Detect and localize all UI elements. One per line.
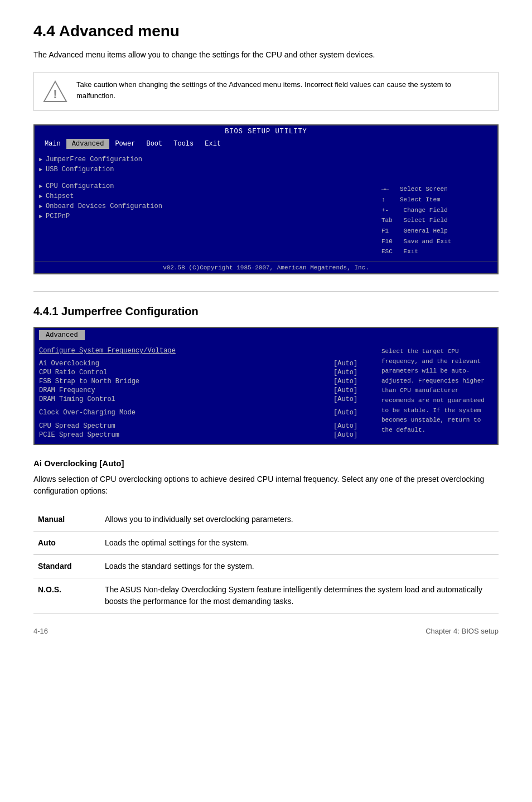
bios-left-panel: ► JumperFree Configuration ► USB Configu… xyxy=(39,154,381,257)
config-label: Clock Over-Charging Mode xyxy=(39,409,333,417)
bios-entry-onboard[interactable]: ► Onboard Devices Configuration xyxy=(39,201,370,211)
bios-config-header: Configure System Frequency/Voltage xyxy=(39,347,373,355)
bios-title-bar: BIOS SETUP UTILITY xyxy=(35,125,497,138)
bios-entry-label: Chipset xyxy=(46,192,74,200)
bios-config-row: CPU Ratio Control [Auto] xyxy=(39,368,373,377)
bios-entry-cpu[interactable]: ► CPU Configuration xyxy=(39,181,370,191)
page-description: The Advanced menu items allow you to cha… xyxy=(33,49,499,61)
bios-entry-label: PCIPnP xyxy=(46,212,70,220)
bios-entry-jumperfree[interactable]: ► JumperFree Configuration xyxy=(39,154,370,165)
bios-panel-tab[interactable]: Advanced xyxy=(39,330,85,340)
config-label: DRAM Frequency xyxy=(39,386,333,394)
bios-entry-chipset[interactable]: ► Chipset xyxy=(39,191,370,201)
bios-panel-tab-row: Advanced xyxy=(35,328,497,342)
option-desc-standard: Loads the standard settings for the syst… xyxy=(100,555,499,578)
bios-panel-right: Select the target CPU frequency, and the… xyxy=(381,347,493,439)
bios-entry-pcipnp[interactable]: ► PCIPnP xyxy=(39,211,370,221)
page-number: 4-16 xyxy=(33,627,48,635)
page-footer: 4-16 Chapter 4: BIOS setup xyxy=(33,627,499,635)
ai-overclocking-description: Allows selection of CPU overclocking opt… xyxy=(33,474,499,497)
option-name-standard: Standard xyxy=(33,555,100,578)
config-label: Ai Overclocking xyxy=(39,360,333,368)
arrow-icon: ► xyxy=(39,194,42,200)
bios-body: ► JumperFree Configuration ► USB Configu… xyxy=(35,150,497,262)
option-name-auto: Auto xyxy=(33,532,100,555)
bios-menu-main[interactable]: Main xyxy=(39,139,66,149)
key-legend-row: ↕ Select Item xyxy=(381,195,493,205)
option-name-nos: N.O.S. xyxy=(33,578,100,613)
bios-right-panel: →← Select Screen ↕ Select Item +- Change… xyxy=(381,154,493,257)
options-table: Manual Allows you to individually set ov… xyxy=(33,508,499,613)
arrow-icon: ► xyxy=(39,204,42,210)
bios-panel-left: Configure System Frequency/Voltage Ai Ov… xyxy=(39,347,381,439)
bios-section-1: ► JumperFree Configuration ► USB Configu… xyxy=(39,154,370,175)
config-value: [Auto] xyxy=(333,409,373,417)
config-value: [Auto] xyxy=(333,422,373,430)
bios-menu-power[interactable]: Power xyxy=(109,139,141,149)
bios-entry-label: JumperFree Configuration xyxy=(46,156,142,163)
key-legend-row: F1 General Help xyxy=(381,226,493,236)
bios-menu-advanced[interactable]: Advanced xyxy=(66,139,110,149)
bios-config-row: PCIE Spread Spectrum [Auto] xyxy=(39,431,373,439)
option-name-manual: Manual xyxy=(33,508,100,532)
bios-config-row: DRAM Timing Control [Auto] xyxy=(39,395,373,404)
option-desc-nos: The ASUS Non-delay Overclocking System f… xyxy=(100,578,499,613)
option-desc-manual: Allows you to individually set overclock… xyxy=(100,508,499,532)
section-divider xyxy=(33,291,499,292)
config-value: [Auto] xyxy=(333,386,373,394)
bios-panel-441: Advanced Configure System Frequency/Volt… xyxy=(33,327,499,445)
key-legend-row: F10 Save and Exit xyxy=(381,236,493,247)
bios-config-row: FSB Strap to North Bridge [Auto] xyxy=(39,377,373,386)
option-row-manual: Manual Allows you to individually set ov… xyxy=(33,508,499,532)
arrow-icon: ► xyxy=(39,183,42,190)
bios-config-row: Ai Overclocking [Auto] xyxy=(39,359,373,368)
bios-screen: BIOS SETUP UTILITY Main Advanced Power B… xyxy=(33,124,499,274)
bios-entry-label: USB Configuration xyxy=(46,166,114,173)
bios-config-row: Clock Over-Charging Mode [Auto] xyxy=(39,408,373,417)
config-label: FSB Strap to North Bridge xyxy=(39,378,333,385)
page-title: 4.4 Advanced menu xyxy=(33,22,499,40)
arrow-icon: ► xyxy=(39,167,42,173)
config-value: [Auto] xyxy=(333,360,373,368)
key-legend: →← Select Screen ↕ Select Item +- Change… xyxy=(381,184,493,257)
arrow-icon: ► xyxy=(39,214,42,220)
key-legend-row: ESC Exit xyxy=(381,247,493,257)
warning-icon: ! xyxy=(43,79,67,104)
option-row-standard: Standard Loads the standard settings for… xyxy=(33,555,499,578)
svg-text:!: ! xyxy=(53,87,57,101)
bios-config-row: CPU Spread Spectrum [Auto] xyxy=(39,422,373,431)
option-desc-auto: Loads the optimal settings for the syste… xyxy=(100,532,499,555)
bios-entry-label: CPU Configuration xyxy=(46,182,114,190)
bios-entry-label: Onboard Devices Configuration xyxy=(46,202,162,210)
config-value: [Auto] xyxy=(333,395,373,403)
config-label: CPU Spread Spectrum xyxy=(39,422,333,430)
bios-panel-body: Configure System Frequency/Voltage Ai Ov… xyxy=(35,342,497,444)
chapter-label: Chapter 4: BIOS setup xyxy=(425,627,499,635)
bios-config-row: DRAM Frequency [Auto] xyxy=(39,386,373,395)
option-row-nos: N.O.S. The ASUS Non-delay Overclocking S… xyxy=(33,578,499,613)
subsection-441-title: 4.4.1 Jumperfree Configuration xyxy=(33,305,499,318)
key-legend-row: →← Select Screen xyxy=(381,184,493,195)
option-row-auto: Auto Loads the optimal settings for the … xyxy=(33,532,499,555)
config-label: PCIE Spread Spectrum xyxy=(39,431,333,439)
bios-menu-bar: Main Advanced Power Boot Tools Exit xyxy=(35,138,497,150)
config-value: [Auto] xyxy=(333,378,373,385)
warning-text: Take caution when changing the settings … xyxy=(76,79,489,101)
bios-menu-tools[interactable]: Tools xyxy=(168,139,199,149)
config-value: [Auto] xyxy=(333,431,373,439)
bios-entry-usb[interactable]: ► USB Configuration xyxy=(39,165,370,175)
config-label: CPU Ratio Control xyxy=(39,369,333,376)
bios-menu-boot[interactable]: Boot xyxy=(141,139,168,149)
key-legend-row: Tab Select Field xyxy=(381,215,493,226)
ai-overclocking-title: Ai Overclocking [Auto] xyxy=(33,458,499,468)
arrow-icon: ► xyxy=(39,157,42,163)
config-label: DRAM Timing Control xyxy=(39,395,333,403)
bios-footer: v02.58 (C)Copyright 1985-2007, American … xyxy=(35,262,497,273)
key-legend-row: +- Change Field xyxy=(381,205,493,216)
bios-section-2: ► CPU Configuration ► Chipset ► Onboard … xyxy=(39,181,370,221)
warning-box: ! Take caution when changing the setting… xyxy=(33,72,499,111)
config-value: [Auto] xyxy=(333,369,373,376)
bios-menu-exit[interactable]: Exit xyxy=(199,139,226,149)
